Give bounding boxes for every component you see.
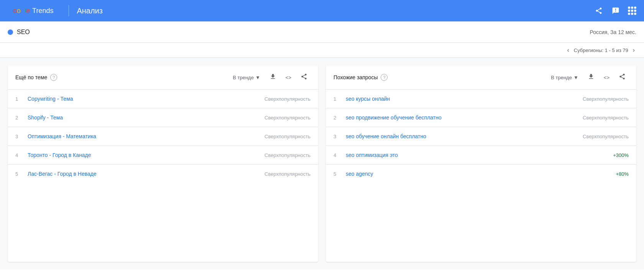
subregions-prev-arrow[interactable]: ‹ — [566, 46, 571, 54]
row-value: +80% — [616, 171, 629, 177]
row-label: Оптимизация - Математика — [25, 133, 264, 139]
related-topics-share-icon[interactable] — [297, 72, 310, 83]
related-queries-filter-dropdown[interactable]: В тренде ▼ — [548, 73, 582, 82]
table-row[interactable]: 3 seo обучение онлайн бесплатно Сверхпоп… — [326, 127, 636, 146]
header-divider — [69, 5, 69, 16]
row-label: seo оптимизация это — [343, 152, 613, 158]
table-row[interactable]: 2 seo продвижение обучение бесплатно Све… — [326, 108, 636, 127]
related-queries-share-icon[interactable] — [616, 72, 629, 83]
related-queries-actions: В тренде ▼ <> — [548, 72, 629, 83]
header-actions — [594, 6, 636, 15]
row-number: 4 — [15, 152, 25, 158]
subregions-text: Субрегионы: 1 - 5 из 79 — [574, 47, 628, 53]
related-topics-header: Ещё по теме ? В тренде ▼ <> — [8, 65, 318, 90]
row-label: seo курсы онлайн — [343, 96, 583, 102]
related-topics-filter-label: В тренде — [233, 75, 254, 80]
google-trends-logo: Google Trends — [8, 7, 61, 15]
row-label: Торонто - Город в Канаде — [25, 152, 264, 158]
related-queries-chevron-icon: ▼ — [573, 75, 578, 80]
row-label: Лас-Вегас - Город в Неваде — [25, 171, 264, 177]
related-topics-card: Ещё по теме ? В тренде ▼ <> 1 Copywriti — [8, 65, 318, 262]
related-topics-title-group: Ещё по теме ? — [15, 74, 230, 81]
main-content: Ещё по теме ? В тренде ▼ <> 1 Copywriti — [0, 58, 644, 270]
region-info: Россия, За 12 мес. — [590, 29, 636, 35]
row-number: 1 — [15, 96, 25, 102]
related-topics-actions: В тренде ▼ <> — [230, 72, 310, 83]
keyword-label: SEO — [17, 29, 30, 36]
subregions-bar: ‹ Субрегионы: 1 - 5 из 79 › — [0, 43, 644, 58]
row-label: Shopify - Тема — [25, 114, 264, 121]
table-row[interactable]: 4 seo оптимизация это +300% — [326, 146, 636, 165]
row-value: Сверхпопулярность — [583, 115, 629, 121]
row-value: Сверхпопулярность — [264, 115, 310, 121]
related-queries-title-group: Похожие запросы ? — [334, 74, 548, 81]
logo-trends-text: Trends — [32, 7, 53, 15]
table-row[interactable]: 1 Copywriting - Тема Сверхпопулярность — [8, 90, 318, 108]
related-queries-download-icon[interactable] — [585, 72, 598, 83]
header: Google Trends Анализ — [0, 0, 644, 21]
row-value: Сверхпопулярность — [264, 152, 310, 158]
related-queries-title: Похожие запросы — [334, 74, 378, 80]
row-number: 5 — [334, 171, 343, 177]
row-number: 2 — [15, 115, 25, 121]
row-number: 1 — [334, 96, 343, 102]
row-label: seo обучение онлайн бесплатно — [343, 133, 583, 139]
table-row[interactable]: 4 Торонто - Город в Канаде Сверхпопулярн… — [8, 146, 318, 165]
row-value: Сверхпопулярность — [583, 134, 629, 139]
related-queries-embed-icon[interactable]: <> — [601, 73, 613, 82]
related-topics-filter-dropdown[interactable]: В тренде ▼ — [230, 73, 263, 82]
feedback-icon[interactable] — [611, 6, 620, 15]
row-number: 4 — [334, 152, 343, 158]
related-queries-card: Похожие запросы ? В тренде ▼ <> 1 seo к — [326, 65, 636, 262]
row-number: 2 — [334, 115, 343, 121]
table-row[interactable]: 2 Shopify - Тема Сверхпопулярность — [8, 108, 318, 127]
row-label: seo продвижение обучение бесплатно — [343, 114, 583, 121]
share-icon[interactable] — [594, 6, 603, 15]
row-number: 3 — [334, 134, 343, 139]
row-value: Сверхпопулярность — [264, 134, 310, 139]
row-number: 5 — [15, 171, 25, 177]
keyword-dot — [8, 29, 13, 35]
row-value: Сверхпопулярность — [264, 171, 310, 177]
related-topics-download-icon[interactable] — [266, 72, 279, 83]
logo-google-text: Google — [8, 7, 30, 15]
related-topics-help-icon[interactable]: ? — [50, 74, 57, 81]
row-value: +300% — [613, 152, 629, 158]
related-queries-header: Похожие запросы ? В тренде ▼ <> — [326, 65, 636, 90]
row-value: Сверхпопулярность — [264, 96, 310, 102]
page-title: Анализ — [77, 7, 594, 15]
related-queries-filter-label: В тренде — [551, 75, 572, 80]
table-row[interactable]: 5 seo agency +80% — [326, 165, 636, 183]
subregions-next-arrow[interactable]: › — [631, 46, 636, 54]
related-queries-help-icon[interactable]: ? — [381, 74, 388, 81]
row-label: seo agency — [343, 171, 616, 177]
row-value: Сверхпопулярность — [583, 96, 629, 102]
related-topics-title: Ещё по теме — [15, 74, 47, 80]
row-label: Copywriting - Тема — [25, 96, 264, 102]
table-row[interactable]: 3 Оптимизация - Математика Сверхпопулярн… — [8, 127, 318, 146]
related-topics-chevron-icon: ▼ — [255, 75, 260, 80]
table-row[interactable]: 5 Лас-Вегас - Город в Неваде Сверхпопуля… — [8, 165, 318, 183]
keyword-indicator: SEO — [8, 29, 590, 36]
subheader: SEO Россия, За 12 мес. — [0, 21, 644, 43]
related-topics-embed-icon[interactable]: <> — [283, 73, 294, 82]
row-number: 3 — [15, 134, 25, 139]
table-row[interactable]: 1 seo курсы онлайн Сверхпопулярность — [326, 90, 636, 108]
apps-icon[interactable] — [628, 7, 636, 15]
